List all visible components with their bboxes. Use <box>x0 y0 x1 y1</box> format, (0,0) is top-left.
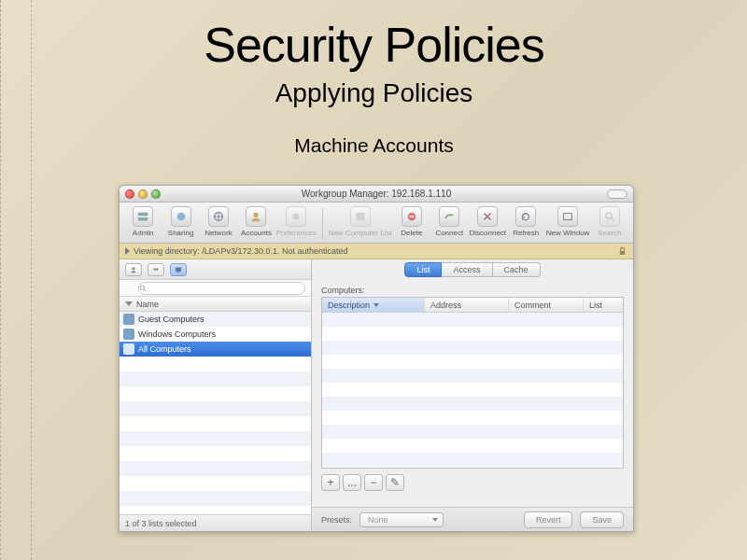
svg-rect-10 <box>619 250 625 254</box>
list-item[interactable]: Windows Computers <box>120 327 311 342</box>
options-button[interactable]: ... <box>343 474 361 491</box>
sort-icon <box>125 301 133 306</box>
tab-list[interactable]: List <box>404 262 442 277</box>
toolbar-new-window-button[interactable]: New Window <box>545 206 589 237</box>
svg-point-11 <box>132 267 134 270</box>
app-window: Workgroup Manager: 192.168.1.110 Admin S… <box>119 185 634 532</box>
save-button[interactable]: Save <box>580 511 624 528</box>
edit-button[interactable]: ✎ <box>386 474 404 491</box>
filter-bar <box>120 259 311 280</box>
toolbar-label: Preferences <box>276 229 317 237</box>
list-item-label: Windows Computers <box>138 329 216 339</box>
th-address[interactable]: Address <box>425 298 509 312</box>
toolbar-admin-button[interactable]: Admin <box>125 206 161 237</box>
th-label: Description <box>328 301 370 310</box>
th-description[interactable]: Description <box>322 298 425 312</box>
titlebar: Workgroup Manager: 192.168.1.110 <box>120 186 633 203</box>
presets-label: Presets: <box>321 515 352 525</box>
sharing-icon <box>171 206 191 227</box>
filter-users-button[interactable] <box>125 263 142 276</box>
network-icon <box>208 206 229 227</box>
th-list[interactable]: List <box>584 298 623 312</box>
add-button[interactable]: + <box>321 474 340 491</box>
table-row <box>322 327 623 341</box>
toolbar-refresh-button[interactable]: Refresh <box>508 206 543 237</box>
toolbar-label: Connect <box>435 229 463 237</box>
toolbar-delete-button[interactable]: Delete <box>394 206 430 237</box>
toolbar-label: Search <box>598 229 621 237</box>
toolbar-label: Delete <box>401 229 422 237</box>
list-item <box>120 491 311 506</box>
toolbar-network-button[interactable]: Network <box>201 206 236 237</box>
toolbar-disconnect-button[interactable]: Disconnect <box>469 206 506 237</box>
presets-select[interactable]: None <box>359 512 444 527</box>
toolbar-accounts-button[interactable]: Accounts <box>238 206 274 237</box>
tabs: List Access Cache <box>312 259 633 280</box>
svg-point-2 <box>176 213 185 221</box>
auth-text: Viewing directory: /LDAPv3/172.30.0.1. N… <box>134 246 347 256</box>
slide-subtitle: Applying Policies <box>1 78 747 108</box>
list-item <box>120 357 311 371</box>
slide-title: Security Policies <box>1 0 747 73</box>
accounts-icon <box>246 206 266 227</box>
auth-bar: Viewing directory: /LDAPv3/172.30.0.1. N… <box>120 244 633 259</box>
search-input[interactable] <box>138 282 305 295</box>
table-header: Description Address Comment List <box>322 298 623 313</box>
server-icon <box>133 206 153 227</box>
svg-point-13 <box>156 268 159 271</box>
list-item-label: Guest Computers <box>138 315 204 324</box>
table-row <box>322 425 623 439</box>
list-item <box>120 476 311 491</box>
tab-cache[interactable]: Cache <box>493 262 541 277</box>
disclosure-icon[interactable] <box>125 247 130 255</box>
sort-icon <box>374 303 379 307</box>
list-item <box>120 386 311 401</box>
toolbar-preferences-button[interactable]: Preferences <box>276 206 317 237</box>
lock-icon[interactable] <box>616 245 627 257</box>
computers-table: Description Address Comment List <box>321 297 624 469</box>
connect-icon <box>439 206 459 227</box>
toolbar-sharing-button[interactable]: Sharing <box>162 206 198 237</box>
new-list-icon <box>350 206 371 227</box>
toolbar: Admin Sharing Network Accounts Preferenc… <box>120 203 633 244</box>
delete-icon <box>402 206 422 227</box>
svg-point-5 <box>293 214 300 220</box>
column-header[interactable]: Name <box>120 297 311 312</box>
toolbar-search-button[interactable]: Search <box>592 206 627 237</box>
svg-rect-0 <box>138 213 148 217</box>
column-label: Name <box>136 300 159 309</box>
toolbar-label: New Computer List <box>329 229 392 237</box>
svg-rect-14 <box>176 267 181 271</box>
table-row <box>322 439 623 453</box>
toolbar-label: Accounts <box>241 229 272 237</box>
toolbar-connect-button[interactable]: Connect <box>431 206 467 237</box>
list-item <box>120 371 311 386</box>
sidebar: Name Guest Computers Windows Computers A… <box>120 259 312 531</box>
list-item[interactable]: Guest Computers <box>120 312 311 327</box>
list-item[interactable]: All Computers <box>120 342 311 357</box>
computer-list: Guest Computers Windows Computers All Co… <box>120 312 311 514</box>
table-body <box>322 313 623 468</box>
new-window-icon <box>557 206 578 227</box>
tab-access[interactable]: Access <box>442 262 492 277</box>
list-item <box>120 431 311 446</box>
svg-rect-8 <box>564 214 572 220</box>
gear-icon <box>286 206 306 227</box>
table-row <box>322 397 623 411</box>
filter-computers-button[interactable] <box>170 263 187 276</box>
search-wrap <box>120 280 311 297</box>
main-panel: List Access Cache Computers: Description… <box>312 259 633 531</box>
svg-point-9 <box>606 213 612 218</box>
svg-point-4 <box>254 213 259 217</box>
footer: Presets: None Revert Save <box>312 507 633 531</box>
filter-groups-button[interactable] <box>148 263 164 276</box>
revert-button[interactable]: Revert <box>524 511 573 528</box>
list-item <box>120 446 311 461</box>
toolbar-label: New Window <box>546 229 590 237</box>
table-row <box>322 369 623 383</box>
remove-button[interactable]: − <box>364 474 383 491</box>
toolbar-new-computer-list-button[interactable]: New Computer List <box>329 206 392 237</box>
th-comment[interactable]: Comment <box>509 298 584 312</box>
table-row <box>322 411 623 425</box>
toolbar-label: Sharing <box>168 229 194 237</box>
